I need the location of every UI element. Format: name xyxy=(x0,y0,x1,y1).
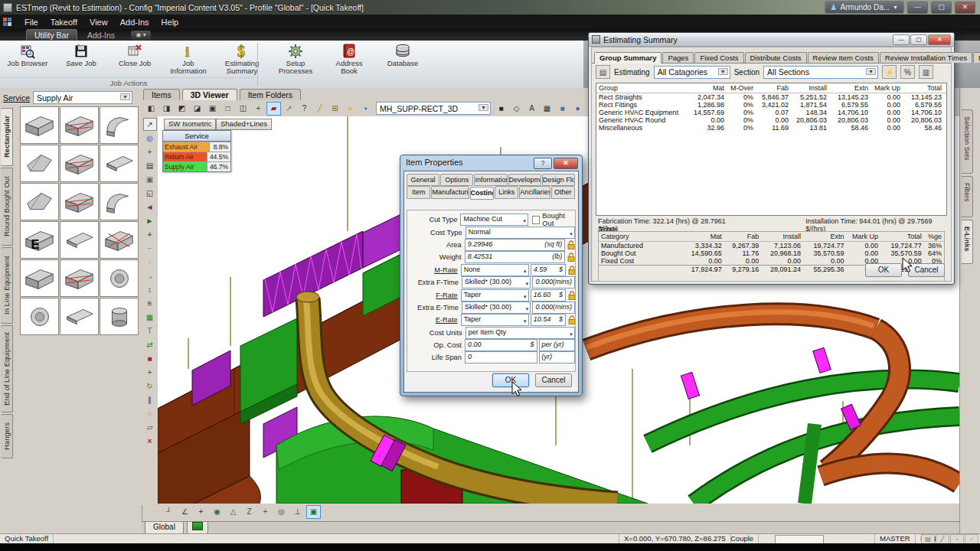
lock-icon[interactable] xyxy=(328,102,342,116)
column-header[interactable]: Fab xyxy=(724,232,762,242)
cube-front-icon[interactable] xyxy=(220,102,235,116)
column-header[interactable]: Mat xyxy=(684,232,724,242)
menu-view[interactable]: View xyxy=(83,18,114,27)
plus-icon[interactable] xyxy=(258,505,273,519)
perp-icon[interactable] xyxy=(290,505,305,519)
e-rate-label[interactable]: E-Rate xyxy=(409,316,458,324)
cost-units-dropdown[interactable]: per Item Qty xyxy=(466,327,575,339)
unlock-icon[interactable] xyxy=(568,315,575,324)
tab-design-flow[interactable]: Design Flow xyxy=(542,174,575,186)
center-icon[interactable] xyxy=(274,505,289,519)
user-menu-button[interactable]: ♟ Armundo Da... ▼ xyxy=(825,1,904,14)
spacing-icon[interactable] xyxy=(143,283,157,296)
shape-item-duct-red[interactable] xyxy=(60,259,99,297)
column-header[interactable]: Fab xyxy=(756,83,791,93)
zoom-extents-icon[interactable] xyxy=(143,173,157,186)
tab-e-links[interactable]: E-Links xyxy=(962,220,973,264)
column-header[interactable]: Mark Up xyxy=(871,83,903,93)
status-couple[interactable]: Couple xyxy=(726,534,759,543)
setup-processes-button[interactable]: Setup Processes xyxy=(271,42,320,76)
view-prev-icon[interactable] xyxy=(143,201,157,214)
view-orientation-button[interactable]: SW Isometric xyxy=(164,119,216,130)
op-cost-field[interactable]: 0.00$ xyxy=(465,339,537,351)
split-icon[interactable] xyxy=(143,393,157,406)
render-style-button[interactable]: Shaded+Lines xyxy=(216,119,272,130)
zoom-out-icon[interactable] xyxy=(143,407,157,420)
weight-field[interactable]: 8.42531(lb) xyxy=(465,251,566,263)
column-header[interactable]: Category xyxy=(599,232,684,242)
column-header[interactable]: %ge xyxy=(944,83,947,93)
database-button[interactable]: Database xyxy=(378,42,427,76)
shape-item-bend[interactable] xyxy=(100,183,139,220)
dim-item-icon[interactable] xyxy=(143,256,157,269)
dark-cube-icon[interactable] xyxy=(494,102,508,116)
section-filter-dropdown[interactable]: All Sections xyxy=(763,66,878,79)
f-rate-dropdown[interactable]: Taper xyxy=(461,289,529,302)
close-button[interactable]: ✕ xyxy=(955,2,975,14)
table-row[interactable]: Rect Fittings1,286.980%3,421.021,871.546… xyxy=(596,101,947,109)
column-header[interactable]: Mark Up xyxy=(847,232,880,242)
tab-items[interactable]: Items xyxy=(143,89,180,100)
unlock-icon[interactable] xyxy=(568,291,575,300)
column-header[interactable]: M-Over xyxy=(727,83,756,93)
tab-round-bought-out[interactable]: Round Bought Out xyxy=(1,168,13,246)
cube-nw-icon[interactable] xyxy=(175,102,189,116)
m-rate-dropdown[interactable]: None xyxy=(461,264,529,276)
report-button[interactable] xyxy=(919,65,933,79)
shape-item-round[interactable] xyxy=(100,259,139,297)
close-button[interactable]: ✕ xyxy=(554,158,578,169)
tab-group-summary[interactable]: Group Summary xyxy=(594,52,662,64)
item-properties-titlebar[interactable]: Item Properties ? ✕ xyxy=(400,155,582,169)
unlock-icon[interactable] xyxy=(568,266,575,275)
table-row[interactable]: Generic HVAC Equipment14,557.690%0.07148… xyxy=(596,109,947,116)
m-rate-amount[interactable]: 4.59$ xyxy=(531,264,566,276)
corner-icon[interactable] xyxy=(162,505,176,519)
menu-takeoff[interactable]: Takeoff xyxy=(44,18,83,27)
wire-cube-icon[interactable] xyxy=(509,102,524,116)
tab-costing[interactable]: Costing xyxy=(470,187,494,200)
tab-ancillaries[interactable]: Ancillaries xyxy=(519,186,550,199)
midpoint-icon[interactable] xyxy=(226,505,240,519)
save-job-button[interactable]: Save Job xyxy=(57,42,106,76)
cube-se-icon[interactable] xyxy=(159,102,174,116)
help-button[interactable]: ? xyxy=(534,158,552,169)
tab-hangers[interactable]: Hangers xyxy=(1,414,13,458)
orbit-icon[interactable] xyxy=(143,132,157,145)
add-green-icon[interactable] xyxy=(143,228,157,241)
shape-item-duct-red[interactable] xyxy=(60,106,99,144)
shape-item-flat[interactable] xyxy=(60,221,99,259)
close-button[interactable]: ✕ xyxy=(928,34,951,45)
category-filter-dropdown[interactable]: All Catagories xyxy=(654,66,730,79)
item-properties-dialog[interactable]: Item Properties ? ✕ General Options Info… xyxy=(400,155,583,396)
shape-item-flat[interactable] xyxy=(60,298,99,335)
cut-type-dropdown[interactable]: Machine Cut xyxy=(460,214,528,226)
shape-item-round[interactable] xyxy=(20,298,59,335)
cost-type-dropdown[interactable]: Normal xyxy=(466,227,575,239)
grid-green-icon[interactable] xyxy=(143,311,157,324)
view-next-icon[interactable] xyxy=(143,214,157,227)
unlock-icon[interactable] xyxy=(567,240,575,249)
tab-add-ins[interactable]: Add-Ins xyxy=(79,29,123,41)
shape-item-wedge[interactable] xyxy=(20,145,59,182)
shape-item-cyl[interactable] xyxy=(100,298,139,335)
shape-item-duct-red[interactable] xyxy=(60,145,99,182)
column-header[interactable]: Install xyxy=(761,232,803,242)
shape-item-flat[interactable] xyxy=(100,145,139,182)
table-row[interactable]: Generic HVAC Round0.000%0.0020,806.0320,… xyxy=(596,116,947,124)
address-book-button[interactable]: @ Address Book xyxy=(325,42,374,76)
cancel-button[interactable]: Cancel xyxy=(535,373,572,387)
move-icon[interactable] xyxy=(143,366,157,379)
tab-rectangular[interactable]: Rectangular xyxy=(1,108,13,166)
minimize-button[interactable]: — xyxy=(907,2,928,14)
shape-item-duct-e[interactable] xyxy=(20,221,59,259)
e-rate-dropdown[interactable]: Taper xyxy=(461,314,529,326)
tab-review-item-costs[interactable]: Review Item Costs xyxy=(808,52,879,63)
shape-item-cross[interactable] xyxy=(100,221,139,259)
e-rate-amount[interactable]: 10.54$ xyxy=(531,314,566,326)
bulb-icon[interactable] xyxy=(343,102,358,116)
tab-distribute-costs[interactable]: Distribute Costs xyxy=(745,52,807,63)
maximize-button[interactable]: ▢ xyxy=(931,2,952,14)
area-field[interactable]: 9.29946(sq ft) xyxy=(465,239,566,251)
extra-f-time-field[interactable]: 0.000(mins) xyxy=(532,276,575,289)
menu-help[interactable]: Help xyxy=(155,18,185,27)
